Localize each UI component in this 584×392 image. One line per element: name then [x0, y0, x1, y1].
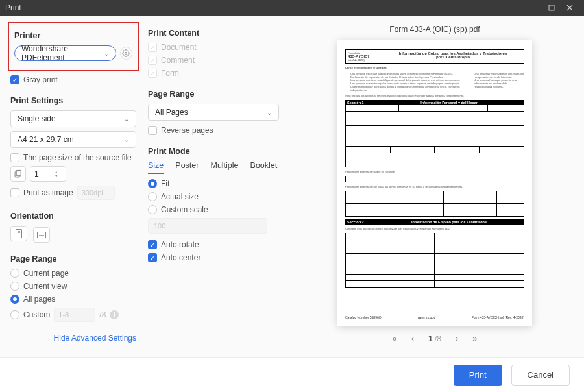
window-close-button[interactable]	[561, 0, 579, 16]
source-page-size-checkbox[interactable]	[10, 153, 19, 162]
actual-size-label: Actual size	[161, 192, 199, 201]
auto-rotate-checkbox[interactable]: ✓	[148, 240, 157, 249]
printer-highlight-box: Printer Wondershare PDFelement ⌄	[8, 22, 139, 71]
chevron-down-icon: ⌄	[124, 136, 129, 143]
duplex-value: Single side	[18, 114, 56, 123]
orientation-title: Orientation	[10, 212, 136, 221]
middle-column: Print Content ✓Document ✓Comment ✓Form P…	[143, 16, 286, 357]
pager-last-button[interactable]: »	[472, 334, 477, 343]
reverse-pages-checkbox[interactable]	[148, 126, 157, 135]
custom-scale-label: Custom scale	[161, 205, 208, 214]
printer-selected-value: Wondershare PDFelement	[21, 44, 104, 62]
pager-position: 1 /8	[428, 334, 441, 343]
custom-range-radio[interactable]	[10, 310, 19, 319]
copies-value: 1	[34, 169, 39, 178]
chevron-down-icon: ⌄	[267, 109, 272, 116]
svg-rect-0	[549, 5, 554, 10]
tab-size[interactable]: Size	[148, 161, 164, 174]
page-range-value: All Pages	[155, 108, 188, 117]
reverse-pages-label: Reverse pages	[161, 126, 213, 135]
paper-size-value: A4 21 x 29.7 cm	[18, 135, 74, 144]
left-column: Printer Wondershare PDFelement ⌄ ✓ Gray …	[0, 16, 143, 357]
fit-radio[interactable]	[148, 179, 157, 188]
print-settings-title: Print Settings	[10, 96, 136, 105]
tab-poster[interactable]: Poster	[175, 161, 199, 174]
content-form-label: Form	[161, 69, 179, 78]
window-maximize-button[interactable]	[542, 0, 561, 16]
current-view-radio[interactable]	[10, 282, 19, 291]
dialog-footer: Print Cancel	[0, 357, 584, 392]
print-mode-title: Print Mode	[148, 147, 279, 156]
printer-select[interactable]: Wondershare PDFelement ⌄	[14, 45, 116, 61]
page-range-left-title: Page Range	[10, 254, 136, 263]
collate-icon-button[interactable]	[10, 166, 26, 182]
auto-rotate-label: Auto rotate	[161, 240, 199, 249]
dpi-input: 300dpi	[77, 186, 115, 200]
custom-range-label: Custom	[23, 310, 50, 319]
preview-filename: Form 433-A (OIC) (sp).pdf	[389, 25, 480, 34]
all-pages-label: All pages	[23, 295, 55, 304]
chevron-down-icon: ⌄	[124, 116, 129, 123]
fit-label: Fit	[161, 179, 169, 188]
gray-print-label: Gray print	[23, 75, 58, 84]
content-comment-label: Comment	[161, 56, 195, 65]
pager-prev-button[interactable]: ‹	[411, 334, 414, 343]
all-pages-radio[interactable]	[10, 295, 19, 304]
source-page-size-label: The page size of the source file	[23, 153, 132, 162]
hide-advanced-settings-link[interactable]: Hide Advanced Settings	[10, 334, 136, 343]
tab-multiple[interactable]: Multiple	[210, 161, 238, 174]
page-range-select[interactable]: All Pages ⌄	[148, 104, 279, 121]
copies-spinner[interactable]: ▴▾	[55, 170, 63, 178]
pager-next-button[interactable]: ›	[456, 334, 458, 343]
paper-size-select[interactable]: A4 21 x 29.7 cm ⌄	[10, 131, 136, 148]
print-button[interactable]: Print	[454, 365, 502, 386]
content-document-label: Document	[161, 43, 197, 52]
info-icon[interactable]: i	[110, 310, 119, 319]
pager-first-button[interactable]: «	[392, 334, 396, 343]
current-view-label: Current view	[23, 282, 67, 291]
print-as-image-label: Print as image	[23, 188, 73, 197]
gray-print-checkbox[interactable]: ✓	[10, 75, 19, 84]
current-page-label: Current page	[23, 269, 69, 278]
preview-page: Formulario 433-A (OIC) (abril de 2020) I…	[337, 40, 532, 326]
orientation-landscape-button[interactable]	[33, 227, 50, 243]
custom-range-input[interactable]: 1-8	[54, 308, 95, 322]
window-title: Print	[5, 3, 542, 12]
cancel-button[interactable]: Cancel	[511, 365, 570, 386]
auto-center-label: Auto center	[161, 253, 201, 262]
printer-settings-button[interactable]	[120, 47, 132, 60]
dialog-body: Printer Wondershare PDFelement ⌄ ✓ Gray …	[0, 16, 584, 357]
range-total-suffix: /8	[99, 310, 106, 319]
titlebar: Print	[0, 0, 584, 16]
content-document-checkbox: ✓	[148, 43, 157, 52]
preview-column: Form 433-A (OIC) (sp).pdf Formulario 433…	[286, 16, 584, 357]
chevron-down-icon: ⌄	[104, 50, 109, 57]
svg-rect-3	[16, 170, 21, 175]
printer-section-title: Printer	[14, 31, 132, 40]
content-form-checkbox: ✓	[148, 69, 157, 78]
svg-point-1	[125, 53, 127, 55]
content-comment-checkbox: ✓	[148, 56, 157, 65]
print-content-title: Print Content	[148, 29, 279, 38]
current-page-radio[interactable]	[10, 269, 19, 278]
print-as-image-checkbox[interactable]	[10, 188, 19, 197]
tab-booklet[interactable]: Booklet	[250, 161, 278, 174]
custom-scale-input: 100	[148, 218, 267, 234]
page-range-mid-title: Page Range	[148, 90, 279, 99]
orientation-portrait-button[interactable]	[10, 226, 27, 241]
print-mode-tabs: Size Poster Multiple Booklet	[148, 161, 279, 174]
auto-center-checkbox[interactable]: ✓	[148, 253, 157, 262]
custom-scale-radio[interactable]	[148, 205, 157, 214]
copies-input[interactable]: 1 ▴▾	[30, 166, 66, 182]
duplex-select[interactable]: Single side ⌄	[10, 110, 136, 127]
preview-pager: « ‹ 1 /8 › »	[392, 334, 477, 343]
actual-size-radio[interactable]	[148, 192, 157, 201]
